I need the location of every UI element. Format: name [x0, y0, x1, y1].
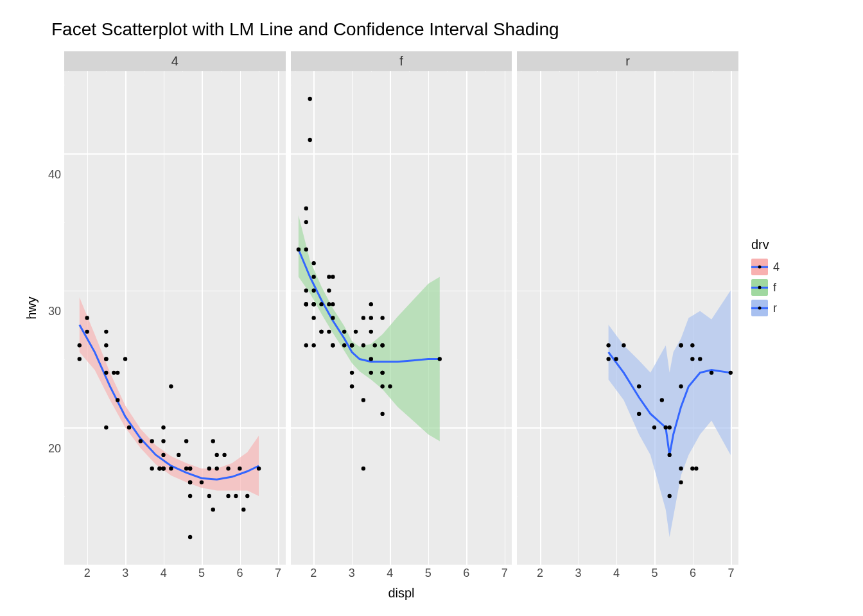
- x-tick-label: 6: [690, 567, 696, 580]
- data-point: [234, 494, 238, 498]
- data-point: [361, 398, 365, 402]
- x-axis-group: 234567: [517, 567, 738, 583]
- data-point: [161, 466, 165, 470]
- data-point: [211, 508, 215, 511]
- facet-plot-panel: [291, 71, 512, 565]
- data-point: [327, 302, 331, 306]
- data-point: [238, 466, 241, 470]
- data-point: [331, 275, 335, 278]
- data-point: [184, 466, 188, 470]
- data-point: [607, 343, 611, 347]
- data-point: [694, 466, 698, 470]
- data-point: [350, 384, 354, 388]
- data-point: [123, 357, 127, 361]
- data-point: [380, 371, 384, 375]
- x-tick-label: 2: [310, 567, 317, 580]
- facet-strip-label: 4: [64, 51, 286, 71]
- data-point: [157, 466, 161, 470]
- data-point: [85, 330, 89, 334]
- data-point: [679, 466, 683, 470]
- data-point: [245, 494, 249, 498]
- data-point: [327, 330, 331, 334]
- data-point: [184, 439, 188, 443]
- y-tick-label: 40: [39, 168, 61, 182]
- y-axis: 203040: [39, 72, 61, 558]
- data-point: [215, 466, 219, 470]
- data-point: [361, 466, 365, 470]
- data-point: [369, 302, 372, 306]
- data-point: [116, 398, 119, 402]
- data-point: [710, 371, 713, 375]
- data-point: [679, 384, 683, 388]
- facet-panel: 4: [64, 51, 286, 565]
- data-point: [78, 343, 82, 347]
- data-point: [304, 248, 308, 252]
- data-point: [331, 316, 335, 320]
- data-point: [169, 384, 173, 388]
- data-point: [380, 316, 384, 320]
- data-point: [353, 330, 357, 334]
- chart-container: Facet Scatterplot with LM Line and Confi…: [13, 13, 850, 603]
- data-point: [380, 412, 384, 416]
- legend-key-icon: [751, 279, 768, 296]
- confidence-ribbon: [299, 215, 440, 441]
- data-point: [350, 343, 354, 347]
- facet-plot-panel: [517, 71, 738, 565]
- data-point: [188, 535, 192, 539]
- data-point: [85, 316, 89, 320]
- facet-svg: [291, 71, 512, 565]
- data-point: [308, 138, 311, 142]
- data-point: [226, 494, 230, 498]
- facet-svg: [64, 71, 286, 565]
- data-point: [207, 494, 211, 498]
- confidence-ribbon: [609, 291, 731, 537]
- data-point: [369, 330, 372, 334]
- data-point: [622, 343, 626, 347]
- data-point: [311, 275, 315, 278]
- x-tick-label: 6: [237, 567, 243, 580]
- data-point: [319, 302, 323, 306]
- plot-area: 4fr: [64, 51, 738, 565]
- data-point: [350, 371, 354, 375]
- data-point: [226, 466, 230, 470]
- data-point: [308, 97, 311, 101]
- data-point: [369, 371, 372, 375]
- data-point: [369, 357, 372, 361]
- y-axis-title: hwy: [24, 296, 39, 320]
- data-point: [691, 357, 695, 361]
- data-point: [342, 343, 346, 347]
- data-point: [200, 480, 204, 484]
- data-point: [388, 384, 392, 388]
- data-point: [369, 316, 372, 320]
- data-point: [372, 343, 376, 347]
- legend-item: r: [751, 300, 841, 316]
- data-point: [327, 275, 331, 278]
- data-point: [215, 453, 219, 457]
- data-point: [150, 466, 153, 470]
- x-tick-label: 7: [501, 567, 508, 580]
- data-point: [241, 508, 245, 511]
- data-point: [668, 494, 672, 498]
- data-point: [698, 357, 702, 361]
- data-point: [304, 302, 308, 306]
- x-tick-label: 7: [275, 567, 281, 580]
- data-point: [380, 343, 384, 347]
- x-tick-label: 3: [349, 567, 355, 580]
- data-point: [139, 439, 143, 443]
- x-tick-label: 7: [728, 567, 734, 580]
- data-point: [211, 439, 215, 443]
- legend-item: 4: [751, 259, 841, 275]
- data-point: [304, 207, 308, 210]
- data-point: [311, 316, 315, 320]
- data-point: [116, 371, 119, 375]
- data-point: [169, 466, 173, 470]
- legend-label: r: [773, 302, 777, 315]
- x-tick-label: 5: [651, 567, 658, 580]
- data-point: [342, 330, 346, 334]
- data-point: [222, 453, 226, 457]
- y-tick-label: 30: [39, 305, 61, 318]
- facet-strip-label: r: [517, 51, 738, 71]
- data-point: [652, 425, 656, 429]
- data-point: [311, 261, 315, 265]
- data-point: [331, 302, 335, 306]
